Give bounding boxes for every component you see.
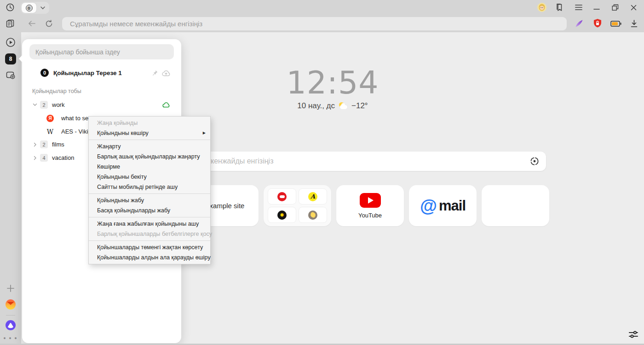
menu-item-open-mobile[interactable]: Сайтты мобильді ретінде ашу (89, 182, 210, 192)
panel-search-input[interactable] (29, 44, 174, 59)
active-tab[interactable]: 0 (22, 3, 36, 13)
battery-icon[interactable] (610, 20, 621, 27)
browser-menu-icon[interactable] (575, 4, 583, 11)
window-item[interactable]: 0 Қойындылар Терезе 1 (22, 66, 181, 79)
yandex-favicon: Я (46, 115, 54, 122)
black-yellow-favicon: ✹ (277, 211, 287, 220)
close-window-button[interactable] (629, 4, 638, 11)
address-input[interactable] (62, 17, 567, 30)
shortcut-label: YouTube (358, 212, 382, 219)
minimize-button[interactable] (592, 4, 601, 11)
shortcut-empty-slot[interactable] (482, 185, 549, 226)
profile-avatar[interactable] (537, 3, 546, 12)
window-tab-count-badge: 0 (40, 69, 49, 77)
top-chrome: 0 (0, 0, 644, 32)
menu-item-new-tab: Жаңа қойынды (89, 118, 210, 128)
protect-shield-icon[interactable] (593, 18, 602, 29)
clock: 12:54 (241, 64, 425, 101)
chevron-right-icon[interactable] (31, 156, 39, 160)
folder-site-1[interactable] (268, 188, 296, 205)
sidebar-add-icon[interactable] (6, 283, 16, 293)
submenu-arrow-icon: ▶ (203, 128, 206, 138)
browser-window: 0 (0, 0, 644, 345)
menu-item-reopen-closed[interactable]: Жаңа ғана жабылған қойындыны ашу (89, 219, 210, 229)
folder-favicon-grid: A ✹ (268, 188, 327, 223)
menu-item-reload[interactable]: Жаңарту (89, 141, 210, 152)
group-label: work (52, 101, 162, 108)
tab-groups-section-label: Қойындылар тобы (32, 88, 81, 94)
cloud-upload-icon[interactable] (162, 70, 170, 76)
menu-divider (89, 193, 210, 194)
folder-site-4[interactable] (299, 207, 327, 223)
youtube-logo-icon (360, 193, 381, 208)
shortcut-mail[interactable]: @ mail (409, 185, 477, 226)
menu-divider (89, 240, 210, 241)
menu-divider (89, 140, 210, 140)
address-bar (62, 17, 567, 30)
menu-item-bookmark-all: Барлық қойыншаларды бетбелгілерге қосу (89, 229, 210, 239)
menu-item-duplicate[interactable]: Көшірме (89, 162, 210, 172)
shortcut-folder[interactable]: A ✹ (264, 185, 331, 226)
tabs-overview-icon[interactable] (6, 19, 15, 28)
yandex-mail-icon[interactable] (6, 299, 16, 310)
reload-button[interactable] (45, 19, 53, 28)
yandex-pen-icon[interactable] (575, 19, 584, 28)
tab-context-menu: Жаңа қойынды Қойындыны көшіру▶ Жаңарту Б… (88, 116, 211, 264)
menu-item-close-tab[interactable]: Қойындыны жабу (89, 195, 210, 205)
alice-assistant-icon[interactable] (6, 320, 16, 330)
sidebar-tab-count-badge[interactable]: 8 (5, 53, 16, 64)
wikipedia-favicon: W (46, 128, 54, 135)
tab-strip: 0 (21, 2, 49, 14)
video-play-icon[interactable] (6, 37, 16, 47)
menu-item-move-tab[interactable]: Қойындыны көшіру▶ (89, 128, 210, 138)
folder-site-3[interactable]: ✹ (268, 207, 296, 223)
chevron-right-icon[interactable] (31, 142, 39, 147)
flower-favicon (308, 211, 317, 220)
weather-icon (338, 102, 348, 110)
download-icon[interactable] (630, 19, 638, 28)
menu-item-pin-tab[interactable]: Қойындыны бекіту (89, 172, 210, 182)
mail-wordmark: mail (439, 198, 466, 214)
mail-at-logo: @ (420, 197, 437, 215)
afisha-favicon: A (308, 192, 317, 201)
back-button[interactable] (28, 19, 36, 28)
group-count-badge: 4 (40, 154, 48, 162)
temperature-label: −12° (351, 101, 368, 111)
menu-divider (89, 217, 210, 217)
shortcut-youtube[interactable]: YouTube (336, 185, 404, 226)
sidebar-divider (6, 315, 15, 316)
group-count-badge: 2 (40, 101, 48, 109)
restore-window-button[interactable] (611, 4, 619, 11)
tab-counter-badge: 0 (26, 5, 33, 12)
date-label: 10 нау., дс (297, 101, 335, 111)
bookmarks-icon[interactable] (555, 3, 564, 12)
sidebar: 8 ● ● ● (0, 32, 21, 345)
menu-item-reload-all[interactable]: Барлық ашық қойындыларды жаңарту (89, 152, 210, 162)
screenshot-icon[interactable] (6, 70, 16, 80)
red-car-favicon (277, 192, 287, 201)
menu-item-close-others[interactable]: Басқа қойындыларды жабу (89, 205, 210, 216)
image-search-camera-icon[interactable] (529, 156, 540, 166)
tab-group-work[interactable]: 2 work (22, 98, 181, 111)
sync-cloud-icon (162, 102, 170, 108)
sidebar-more-icon[interactable]: ● ● ● (6, 333, 16, 343)
group-count-badge: 2 (40, 140, 48, 148)
menu-item-show-tabs-bottom[interactable]: Қойыншаларды төменгі жақтан көрсету (89, 242, 210, 252)
background-settings-icon[interactable] (627, 329, 639, 340)
tab-list-chevron-down-icon[interactable] (36, 6, 49, 10)
chevron-down-icon[interactable] (31, 103, 39, 106)
menu-item-disable-preview[interactable]: Қойыншаларды алдын ала қарауды өшіру (89, 252, 210, 263)
panel-search-bar (29, 44, 174, 59)
folder-site-2[interactable]: A (299, 188, 327, 205)
history-clock-icon[interactable] (6, 3, 15, 12)
date-weather-row[interactable]: 10 нау., дс −12° (241, 101, 425, 111)
window-label: Қойындылар Терезе 1 (53, 70, 148, 76)
shortcut-label: Example site (205, 202, 245, 210)
pin-icon[interactable] (151, 70, 158, 76)
